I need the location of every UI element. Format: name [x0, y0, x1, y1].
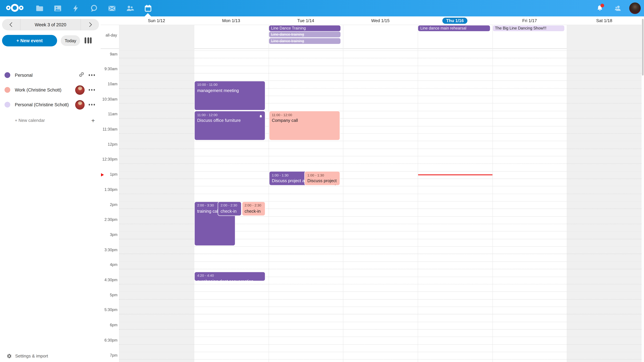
time-label-12pm: 12pm — [100, 142, 118, 146]
time-label-4-30pm: 4:30pm — [100, 278, 118, 282]
hour-line — [119, 246, 642, 247]
quarter-hour-line — [119, 314, 642, 314]
time-label-5-30pm: 5:30pm — [100, 308, 118, 312]
event-check-in[interactable]: 2:00 - 2:30check-in — [218, 201, 242, 216]
calendar-actions-menu-icon[interactable] — [89, 104, 95, 105]
time-label-11am: 11am — [100, 112, 118, 116]
week-range-label[interactable]: Week 3 of 2020 — [20, 19, 81, 30]
time-label-2pm: 2pm — [100, 202, 118, 207]
day-column-thu-1-16[interactable] — [418, 25, 492, 362]
allday-event-line-dance-training[interactable]: Line dance training — [269, 38, 340, 44]
hour-line — [119, 337, 642, 337]
scrollbar-thumb[interactable] — [642, 19, 644, 76]
calendar-name: Work (Christine Schott) — [15, 87, 62, 92]
day-header-thu-1-16[interactable]: Thu 1/16 — [418, 16, 492, 25]
hour-line — [119, 352, 642, 352]
time-label-4pm: 4pm — [100, 263, 118, 267]
day-column-mon-1-13[interactable] — [194, 25, 268, 362]
event-time: 2:00 - 2:30 — [244, 203, 262, 208]
day-header-mon-1-13[interactable]: Mon 1/13 — [194, 16, 268, 25]
calendar-list-item-1[interactable]: Work (Christine Schott) — [0, 82, 100, 97]
quarter-hour-line — [119, 344, 642, 345]
time-label-6-30pm: 6:30pm — [100, 338, 118, 342]
quarter-hour-line — [119, 73, 642, 73]
event-check-in[interactable]: 2:00 - 2:30check-in — [242, 201, 266, 216]
quarter-hour-line — [119, 299, 642, 299]
calendar-actions-menu-icon[interactable] — [89, 89, 95, 90]
settings-import-button[interactable]: Settings & import — [0, 350, 100, 362]
notifications-bell-icon[interactable] — [593, 0, 606, 16]
alarm-bell-icon — [259, 113, 263, 117]
event-company-call[interactable]: 11:00 - 12:00Company call — [269, 111, 340, 140]
event-title: purchasing dept conversation — [197, 279, 263, 281]
chevron-left-icon — [10, 22, 14, 27]
new-event-button[interactable]: + New event — [2, 35, 57, 46]
calendar-list: PersonalWork (Christine Schott)Personal … — [0, 68, 100, 112]
shared-by-avatar — [75, 100, 84, 109]
calendar-app-icon[interactable] — [139, 0, 157, 16]
new-calendar-button[interactable]: + New calendar + — [0, 114, 100, 126]
time-label-6pm: 6pm — [100, 323, 118, 327]
day-header-tue-1-14[interactable]: Tue 1/14 — [268, 16, 343, 25]
event-management-meeting[interactable]: 10:00 - 11:00management meeting — [194, 81, 266, 110]
view-mode-icon[interactable] — [84, 37, 92, 43]
user-avatar[interactable] — [629, 2, 641, 14]
hour-line — [119, 186, 642, 186]
time-label-11-30am: 11:30am — [100, 127, 118, 131]
quarter-hour-line — [119, 329, 642, 330]
quarter-hour-line — [119, 359, 642, 360]
event-discuss-office-furniture[interactable]: 11:00 - 12:00Discuss office furniture — [194, 111, 266, 140]
activity-app-icon[interactable] — [66, 0, 85, 16]
current-time-arrow-icon — [101, 173, 104, 176]
photos-app-icon[interactable] — [48, 0, 66, 16]
contacts-menu-icon[interactable] — [611, 0, 624, 16]
calendar-item-actions — [75, 100, 95, 109]
mail-app-icon[interactable] — [103, 0, 121, 16]
time-label-10am: 10am — [100, 82, 118, 86]
calendar-list-item-2[interactable]: Personal (Christine Schott) — [0, 97, 100, 112]
talk-app-icon[interactable] — [84, 0, 103, 16]
day-column-fri-1-17[interactable] — [492, 25, 567, 362]
quarter-hour-line — [119, 163, 642, 164]
nextcloud-logo[interactable] — [6, 3, 24, 13]
quarter-hour-line — [119, 269, 642, 269]
today-button[interactable]: Today — [61, 35, 80, 46]
gear-icon — [6, 353, 12, 359]
hour-line — [119, 141, 642, 141]
time-label-9-30am: 9:30am — [100, 66, 118, 71]
day-column-sun-1-12[interactable] — [119, 25, 194, 362]
event-title: check-in — [244, 208, 262, 214]
calendar-color-dot[interactable] — [4, 102, 10, 107]
calendar-actions-menu-icon[interactable] — [89, 74, 95, 76]
day-column-wed-1-15[interactable] — [343, 25, 418, 362]
top-bar — [0, 0, 644, 16]
day-header-wed-1-15[interactable]: Wed 1/15 — [343, 16, 418, 25]
files-app-icon[interactable] — [30, 0, 48, 16]
share-link-icon[interactable] — [78, 71, 84, 79]
day-column-tue-1-14[interactable] — [268, 25, 343, 362]
event-title: management meeting — [197, 88, 263, 93]
grid-scrollbar[interactable] — [641, 17, 644, 362]
event-purchasing-dept-conversation[interactable]: 4:20 - 4:40purchasing dept conversation — [194, 272, 266, 281]
allday-event-the-big-line-dancing-show[interactable]: The Big Line Dancing Show!!! — [493, 25, 564, 31]
contacts-app-icon[interactable] — [121, 0, 139, 16]
day-header-sat-1-18[interactable]: Sat 1/18 — [567, 16, 642, 25]
day-header-fri-1-17[interactable]: Fri 1/17 — [492, 16, 567, 25]
day-column-sat-1-18[interactable] — [567, 25, 642, 362]
allday-event-line-dance-training[interactable]: Line Dance Training — [269, 25, 340, 31]
calendar-list-item-0[interactable]: Personal — [0, 68, 100, 82]
hour-line — [119, 156, 642, 156]
allday-event-line-dance-training[interactable]: Line dance training — [269, 32, 340, 37]
hour-line — [119, 322, 642, 322]
day-header-sun-1-12[interactable]: Sun 1/12 — [119, 16, 194, 25]
hour-line — [119, 50, 642, 51]
allday-event-line-dance-main-rehearsal[interactable]: Line dance main rehearsal — [418, 25, 490, 31]
previous-week-button[interactable] — [2, 19, 20, 30]
event-discuss-project-announcement[interactable]: 1:00 - 1:30Discuss project announcement — [304, 171, 340, 186]
time-label-7pm: 7pm — [100, 353, 118, 357]
calendar-color-dot[interactable] — [4, 72, 10, 78]
quarter-hour-line — [119, 148, 642, 149]
next-week-button[interactable] — [81, 19, 99, 30]
event-title: check-in — [220, 208, 239, 214]
calendar-color-dot[interactable] — [4, 87, 10, 93]
